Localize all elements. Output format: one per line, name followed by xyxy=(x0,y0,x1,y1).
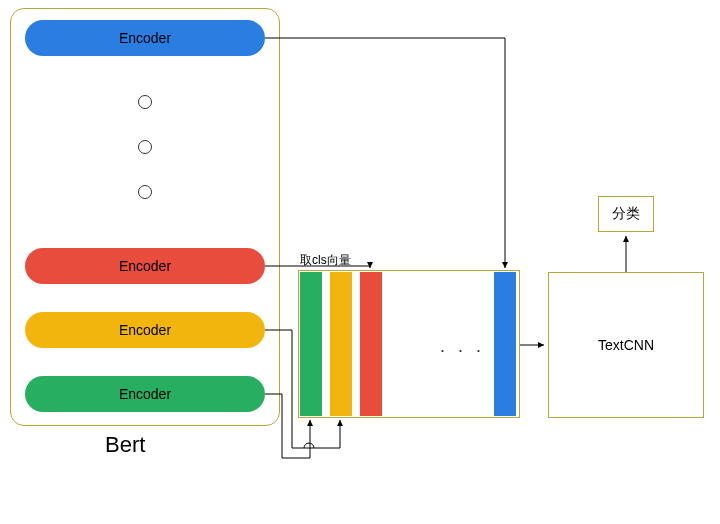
textcnn-box: TextCNN xyxy=(548,272,704,418)
encoder-green: Encoder xyxy=(25,376,265,412)
vector-bar-yellow xyxy=(330,272,352,416)
ellipsis-circle-1 xyxy=(138,95,152,109)
vector-ellipsis: . . . xyxy=(440,336,485,357)
encoder-top: Encoder xyxy=(25,20,265,56)
bert-container xyxy=(10,8,280,426)
vector-bar-red xyxy=(360,272,382,416)
ellipsis-circle-3 xyxy=(138,185,152,199)
vector-bar-green xyxy=(300,272,322,416)
ellipsis-circle-2 xyxy=(138,140,152,154)
bert-label: Bert xyxy=(105,432,145,458)
encoder-red: Encoder xyxy=(25,248,265,284)
cls-annotation: 取cls向量 xyxy=(300,252,351,269)
vector-bar-blue xyxy=(494,272,516,416)
output-box: 分类 xyxy=(598,196,654,232)
encoder-yellow: Encoder xyxy=(25,312,265,348)
